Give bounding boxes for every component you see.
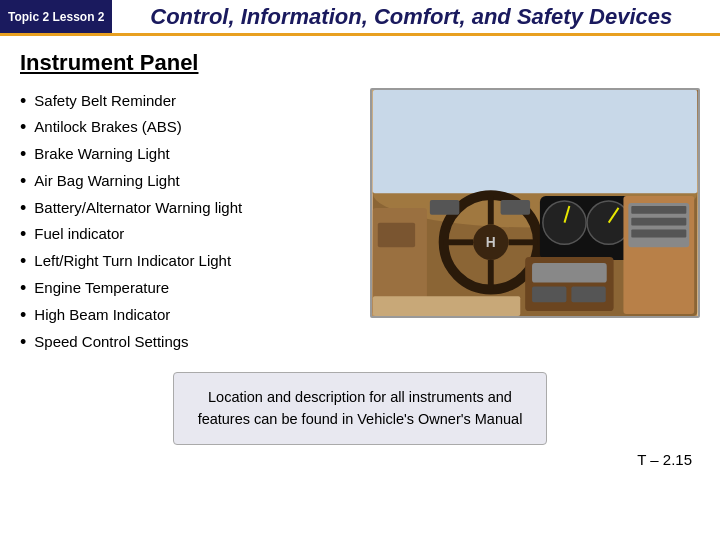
svg-rect-28	[430, 200, 459, 215]
bullet-icon: •	[20, 225, 26, 245]
page-number: T – 2.15	[20, 451, 700, 468]
svg-rect-27	[373, 296, 520, 316]
svg-rect-19	[571, 287, 605, 303]
svg-rect-18	[532, 287, 566, 303]
main-content: Instrument Panel •Safety Belt Reminder•A…	[0, 36, 720, 476]
list-item: •Brake Warning Light	[20, 142, 354, 169]
bullet-icon: •	[20, 279, 26, 299]
svg-rect-23	[631, 218, 686, 226]
list-item: •Air Bag Warning Light	[20, 168, 354, 195]
bullet-icon: •	[20, 333, 26, 353]
list-item-text: High Beam Indicator	[34, 306, 170, 323]
header-title: Control, Information, Comfort, and Safet…	[112, 4, 720, 30]
info-text: Location and description for all instrum…	[198, 389, 523, 427]
bullet-icon: •	[20, 92, 26, 112]
section-title: Instrument Panel	[20, 50, 700, 76]
list-item-text: Fuel indicator	[34, 225, 124, 242]
list-item: •Antilock Brakes (ABS)	[20, 115, 354, 142]
svg-rect-26	[378, 223, 415, 248]
bullet-icon: •	[20, 118, 26, 138]
list-item-text: Safety Belt Reminder	[34, 92, 176, 109]
list-item-text: Speed Control Settings	[34, 333, 188, 350]
svg-rect-29	[501, 200, 530, 215]
svg-text:H: H	[486, 235, 496, 250]
list-item-text: Antilock Brakes (ABS)	[34, 118, 182, 135]
topic-label: Topic 2 Lesson 2	[0, 0, 112, 33]
list-item-text: Battery/Alternator Warning light	[34, 199, 242, 216]
content-area: •Safety Belt Reminder•Antilock Brakes (A…	[20, 88, 700, 356]
car-image: H	[370, 88, 700, 318]
svg-rect-22	[631, 206, 686, 214]
list-item: •Speed Control Settings	[20, 329, 354, 356]
list-item: •Battery/Alternator Warning light	[20, 195, 354, 222]
bullet-icon: •	[20, 172, 26, 192]
svg-rect-24	[631, 230, 686, 238]
list-item-text: Air Bag Warning Light	[34, 172, 179, 189]
list-item-text: Left/Right Turn Indicator Light	[34, 252, 231, 269]
list-item: •Safety Belt Reminder	[20, 88, 354, 115]
svg-rect-17	[532, 263, 607, 283]
list-item: •Left/Right Turn Indicator Light	[20, 249, 354, 276]
list-item: •High Beam Indicator	[20, 302, 354, 329]
svg-rect-3	[373, 90, 697, 193]
list-item: •Engine Temperature	[20, 276, 354, 303]
bullet-icon: •	[20, 199, 26, 219]
bullet-list: •Safety Belt Reminder•Antilock Brakes (A…	[20, 88, 354, 356]
info-box: Location and description for all instrum…	[173, 372, 548, 446]
header: Topic 2 Lesson 2 Control, Information, C…	[0, 0, 720, 36]
bullet-icon: •	[20, 306, 26, 326]
bullet-icon: •	[20, 252, 26, 272]
bullet-icon: •	[20, 145, 26, 165]
list-item-text: Brake Warning Light	[34, 145, 169, 162]
list-item-text: Engine Temperature	[34, 279, 169, 296]
list-item: •Fuel indicator	[20, 222, 354, 249]
